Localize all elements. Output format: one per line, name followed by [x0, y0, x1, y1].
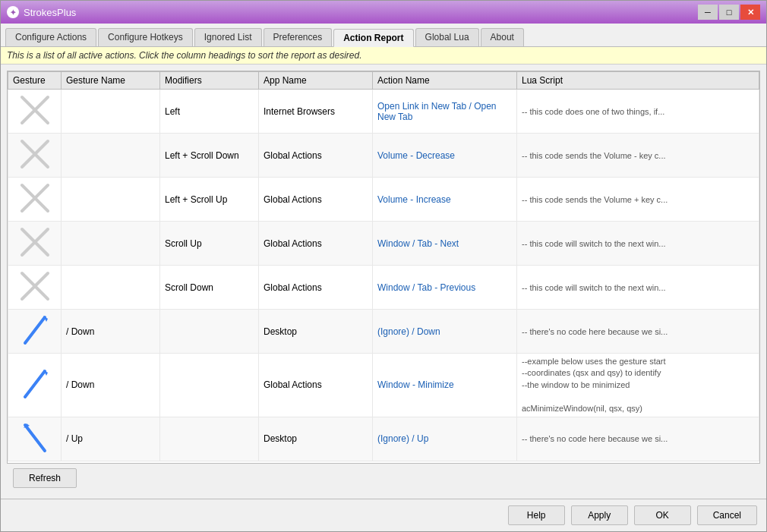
col-header-lua-script[interactable]: Lua Script: [517, 72, 759, 90]
gesture-cell: [8, 266, 62, 310]
gesture-name-cell: [62, 178, 160, 222]
gesture-name-cell: [62, 134, 160, 178]
lua-script-cell: -- this code will switch to the next win…: [517, 222, 759, 266]
window-title: StrokesPlus: [24, 7, 76, 18]
cancel-button[interactable]: Cancel: [697, 505, 757, 525]
gesture-name-cell: / Down: [62, 310, 160, 354]
table-row: / Down Desktop (Ignore) / Down -- there'…: [8, 310, 759, 354]
table-row: / Up Desktop (Ignore) / Up -- there's no…: [8, 417, 759, 461]
footer-bar: Help Apply OK Cancel: [1, 499, 766, 531]
title-bar-left: ✦ StrokesPlus: [7, 6, 76, 18]
app-name-cell: Global Actions: [259, 266, 373, 310]
action-name-cell: (Ignore) / Up: [373, 417, 517, 461]
gesture-cell: [8, 310, 62, 354]
tab-configure-hotkeys[interactable]: Configure Hotkeys: [98, 28, 193, 46]
lua-script-cell: --example below uses the gesture start -…: [517, 354, 759, 417]
table-row: Left Internet Browsers Open Link in New …: [8, 90, 759, 134]
tab-ignored-list[interactable]: Ignored List: [194, 28, 262, 46]
gesture-name-cell: [62, 90, 160, 134]
tab-preferences[interactable]: Preferences: [264, 28, 333, 46]
lua-script-cell: -- there's no code here because we si...: [517, 417, 759, 461]
table-row: Scroll Down Global Actions Window / Tab …: [8, 266, 759, 310]
x-gesture-icon: [16, 223, 54, 261]
gesture-cell: [8, 178, 62, 222]
title-bar: ✦ StrokesPlus ─ □ ✕: [1, 1, 766, 24]
table-row: Left + Scroll Down Global Actions Volume…: [8, 134, 759, 178]
tab-global-lua[interactable]: Global Lua: [415, 28, 479, 46]
app-name-cell: Desktop: [259, 417, 373, 461]
modifiers-cell: Scroll Down: [160, 266, 259, 310]
col-header-app-name[interactable]: App Name: [259, 72, 373, 90]
table-row: / Down Global Actions Window - Minimize …: [8, 354, 759, 417]
ok-button[interactable]: OK: [634, 505, 691, 525]
col-header-modifiers[interactable]: Modifiers: [160, 72, 259, 90]
app-icon: ✦: [7, 6, 19, 18]
svg-line-10: [25, 317, 45, 343]
minimize-button[interactable]: ─: [698, 5, 718, 20]
action-name-cell: Window / Tab - Next: [373, 222, 517, 266]
x-gesture-icon: [16, 267, 54, 305]
col-header-gesture-name[interactable]: Gesture Name: [62, 72, 160, 90]
col-header-action-name[interactable]: Action Name: [373, 72, 517, 90]
x-gesture-icon: [16, 91, 54, 129]
slash-gesture-icon: [16, 311, 54, 349]
action-name-cell: Window / Tab - Previous: [373, 266, 517, 310]
lua-script-cell: -- there's no code here because we si...: [517, 310, 759, 354]
refresh-button[interactable]: Refresh: [13, 468, 77, 488]
gesture-cell: [8, 134, 62, 178]
modifiers-cell: Left + Scroll Up: [160, 178, 259, 222]
gesture-cell: [8, 354, 62, 417]
table-row: Left + Scroll Up Global Actions Volume -…: [8, 178, 759, 222]
maximize-button[interactable]: □: [719, 5, 739, 20]
info-bar: This is a list of all active actions. Cl…: [1, 47, 766, 65]
apply-button[interactable]: Apply: [571, 505, 628, 525]
app-name-cell: Global Actions: [259, 222, 373, 266]
table-container[interactable]: Gesture Gesture Name Modifiers App Name …: [8, 71, 759, 463]
gesture-name-cell: [62, 222, 160, 266]
lua-script-cell: -- this code does one of two things, if.…: [517, 90, 759, 134]
x-gesture-icon: [16, 179, 54, 217]
modifiers-cell: [160, 417, 259, 461]
app-name-cell: Global Actions: [259, 354, 373, 417]
tabs-bar: Configure Actions Configure Hotkeys Igno…: [1, 24, 766, 47]
action-name-cell: Volume - Increase: [373, 178, 517, 222]
gesture-cell: [8, 90, 62, 134]
action-name-cell: (Ignore) / Down: [373, 310, 517, 354]
gesture-name-cell: / Down: [62, 354, 160, 417]
col-header-gesture[interactable]: Gesture: [8, 72, 62, 90]
modifiers-cell: Left + Scroll Down: [160, 134, 259, 178]
x-gesture-icon: [16, 135, 54, 173]
gesture-name-cell: [62, 266, 160, 310]
tab-configure-actions[interactable]: Configure Actions: [5, 28, 96, 46]
help-button[interactable]: Help: [508, 505, 565, 525]
gesture-cell: [8, 222, 62, 266]
modifiers-cell: [160, 354, 259, 417]
lua-script-cell: -- this code will switch to the next win…: [517, 266, 759, 310]
action-name-cell: Volume - Decrease: [373, 134, 517, 178]
svg-line-14: [25, 425, 45, 451]
close-button[interactable]: ✕: [740, 5, 760, 20]
app-name-cell: Global Actions: [259, 178, 373, 222]
gesture-name-cell: / Up: [62, 417, 160, 461]
action-name-cell: Open Link in New Tab / Open New Tab: [373, 90, 517, 134]
svg-line-12: [25, 371, 45, 397]
lua-script-cell: -- this code sends the Volume + key c...: [517, 178, 759, 222]
gesture-cell: [8, 417, 62, 461]
lua-script-cell: -- this code sends the Volume - key c...: [517, 134, 759, 178]
slash-gesture-icon: [16, 365, 54, 403]
bottom-bar: Refresh: [7, 464, 760, 493]
app-name-cell: Internet Browsers: [259, 90, 373, 134]
table-wrapper: Gesture Gesture Name Modifiers App Name …: [7, 71, 760, 464]
modifiers-cell: Left: [160, 90, 259, 134]
action-name-cell: Window - Minimize: [373, 354, 517, 417]
tab-action-report[interactable]: Action Report: [333, 29, 413, 47]
table-row: Scroll Up Global Actions Window / Tab - …: [8, 222, 759, 266]
info-text: This is a list of all active actions. Cl…: [7, 50, 362, 61]
app-name-cell: Global Actions: [259, 134, 373, 178]
window-controls: ─ □ ✕: [698, 5, 760, 20]
modifiers-cell: [160, 310, 259, 354]
tab-about[interactable]: About: [481, 28, 524, 46]
slash-gesture-icon: [16, 419, 54, 457]
app-name-cell: Desktop: [259, 310, 373, 354]
action-report-table: Gesture Gesture Name Modifiers App Name …: [8, 71, 759, 461]
